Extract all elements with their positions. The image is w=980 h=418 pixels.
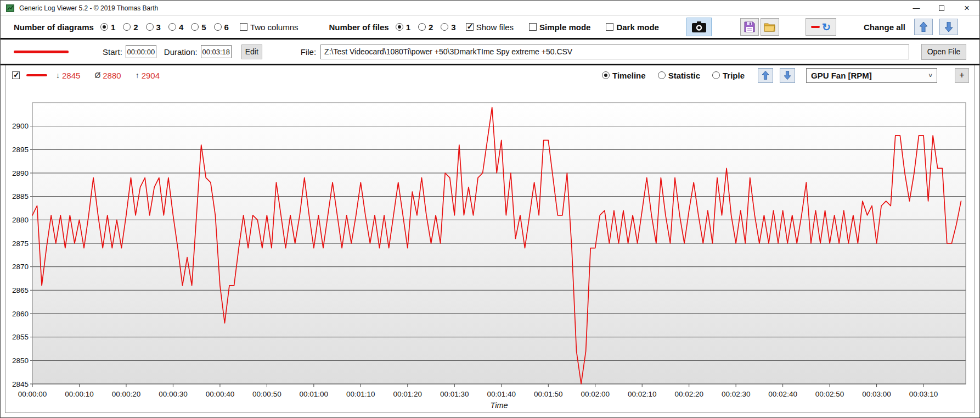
duration-input[interactable]: [201, 45, 232, 58]
radio-icon: [100, 23, 108, 31]
svg-text:2880: 2880: [12, 216, 29, 224]
svg-text:00:02:50: 00:02:50: [815, 390, 844, 398]
view-radio-triple[interactable]: Triple: [712, 71, 745, 80]
duration-label: Duration:: [164, 47, 198, 57]
radio-icon: [396, 23, 403, 31]
svg-text:Time: Time: [490, 401, 508, 410]
series-max-stat: ↑ 2904: [136, 71, 160, 80]
diagram-radio-4[interactable]: 4: [168, 23, 183, 32]
files-radio-3[interactable]: 3: [441, 23, 455, 32]
chart-plot-region[interactable]: 2845285028552860286528702875288028852890…: [5, 85, 975, 413]
diagram-radio-5[interactable]: 5: [191, 23, 206, 32]
radio-icon: [418, 23, 426, 31]
svg-text:2895: 2895: [12, 146, 29, 154]
signal-select-value: GPU Fan [RPM]: [811, 71, 872, 80]
two-columns-checkbox[interactable]: Two columns: [240, 23, 298, 32]
change-all-up-button[interactable]: [914, 19, 933, 35]
file-bar: Start: Duration: Edit File: Open File: [1, 40, 979, 65]
signal-select[interactable]: GPU Fan [RPM] ˅: [806, 68, 937, 83]
file-label: File:: [301, 47, 316, 57]
start-input[interactable]: [126, 45, 156, 58]
dark-mode-checkbox[interactable]: Dark mode: [606, 23, 659, 32]
diagrams-label: Number of diagrams: [14, 23, 94, 32]
app-icon: [6, 4, 15, 13]
diagram-radio-6[interactable]: 6: [214, 23, 229, 32]
minimize-icon: —: [913, 4, 920, 12]
signal-up-button[interactable]: [758, 68, 773, 83]
diagram-radio-1[interactable]: 1: [100, 23, 115, 32]
file-count-radios: 1 2 3: [396, 23, 456, 32]
svg-text:00:03:00: 00:03:00: [862, 390, 891, 398]
min-value: 2845: [62, 71, 80, 80]
add-signal-button[interactable]: +: [955, 68, 969, 83]
start-label: Start:: [103, 47, 122, 57]
window-title: Generic Log Viewer 5.2 - © 2019 Thomas B…: [19, 4, 158, 12]
series-avg-stat: Ø 2880: [94, 71, 121, 80]
refresh-icon: ↻: [822, 22, 831, 32]
svg-text:00:00:20: 00:00:20: [112, 390, 141, 398]
max-arrow-icon: ↑: [136, 71, 139, 80]
radio-icon: [214, 23, 222, 31]
svg-text:2890: 2890: [12, 169, 29, 177]
close-icon: ×: [964, 3, 970, 14]
load-layout-button[interactable]: [761, 18, 779, 36]
files-label: Number of files: [329, 23, 388, 32]
change-all-down-button[interactable]: [939, 19, 958, 35]
minimize-button[interactable]: —: [904, 1, 929, 15]
save-load-group: [740, 18, 779, 36]
radio-icon: [441, 23, 448, 31]
avg-symbol-icon: Ø: [94, 71, 100, 80]
reset-zoom-button[interactable]: ↻: [806, 18, 836, 36]
svg-text:2900: 2900: [12, 122, 29, 130]
view-radio-statistic[interactable]: Statistic: [658, 71, 700, 80]
svg-text:00:00:40: 00:00:40: [206, 390, 235, 398]
floppy-disk-icon: [744, 21, 755, 32]
svg-text:00:02:10: 00:02:10: [628, 390, 657, 398]
edit-button[interactable]: Edit: [241, 44, 262, 59]
toolbar: Number of diagrams 1 2 3 4 5 6 Two colum…: [1, 16, 979, 40]
radio-icon: [168, 23, 176, 31]
svg-text:00:00:10: 00:00:10: [65, 390, 94, 398]
svg-text:2875: 2875: [12, 239, 29, 248]
checkbox-icon: [606, 23, 613, 31]
file-path-input[interactable]: [320, 44, 909, 59]
series-line-icon: [811, 26, 820, 28]
signal-down-button[interactable]: [780, 68, 795, 83]
diagram-radio-2[interactable]: 2: [123, 23, 138, 32]
show-files-checkbox[interactable]: Show files: [466, 23, 514, 32]
min-arrow-icon: ↓: [56, 71, 60, 80]
maximize-button[interactable]: [929, 1, 954, 15]
svg-text:00:01:10: 00:01:10: [346, 390, 375, 398]
series-color-sample: [14, 51, 69, 53]
svg-text:00:02:00: 00:02:00: [581, 390, 610, 398]
svg-text:00:02:30: 00:02:30: [722, 390, 751, 398]
svg-text:00:01:30: 00:01:30: [440, 390, 469, 398]
chart-header: ↓ 2845 Ø 2880 ↑ 2904 Timeline Statistic …: [5, 65, 975, 85]
files-radio-1[interactable]: 1: [396, 23, 410, 32]
svg-text:00:00:30: 00:00:30: [159, 390, 188, 398]
svg-text:2850: 2850: [12, 356, 29, 365]
close-button[interactable]: ×: [954, 1, 979, 15]
diagram-radio-3[interactable]: 3: [146, 23, 161, 32]
checkbox-icon: [529, 23, 537, 31]
series-visible-checkbox[interactable]: [12, 71, 20, 79]
line-chart: 2845285028552860286528702875288028852890…: [5, 85, 975, 413]
radio-icon: [191, 23, 199, 31]
simple-mode-checkbox[interactable]: Simple mode: [529, 23, 590, 32]
save-button[interactable]: [740, 18, 759, 36]
svg-text:2845: 2845: [12, 380, 29, 388]
svg-text:2870: 2870: [12, 263, 29, 271]
open-file-button[interactable]: Open File: [921, 44, 966, 60]
svg-text:00:01:20: 00:01:20: [393, 390, 423, 398]
svg-text:2860: 2860: [12, 310, 29, 318]
files-radio-2[interactable]: 2: [418, 23, 433, 32]
view-radio-timeline[interactable]: Timeline: [602, 71, 646, 80]
svg-text:00:02:20: 00:02:20: [674, 390, 703, 398]
svg-text:00:01:50: 00:01:50: [534, 390, 563, 398]
svg-text:2885: 2885: [12, 192, 29, 200]
screenshot-button[interactable]: [686, 18, 712, 36]
svg-text:2865: 2865: [12, 286, 29, 294]
checkbox-icon: [466, 23, 474, 31]
svg-text:2855: 2855: [12, 333, 29, 341]
svg-text:00:01:40: 00:01:40: [487, 390, 516, 398]
